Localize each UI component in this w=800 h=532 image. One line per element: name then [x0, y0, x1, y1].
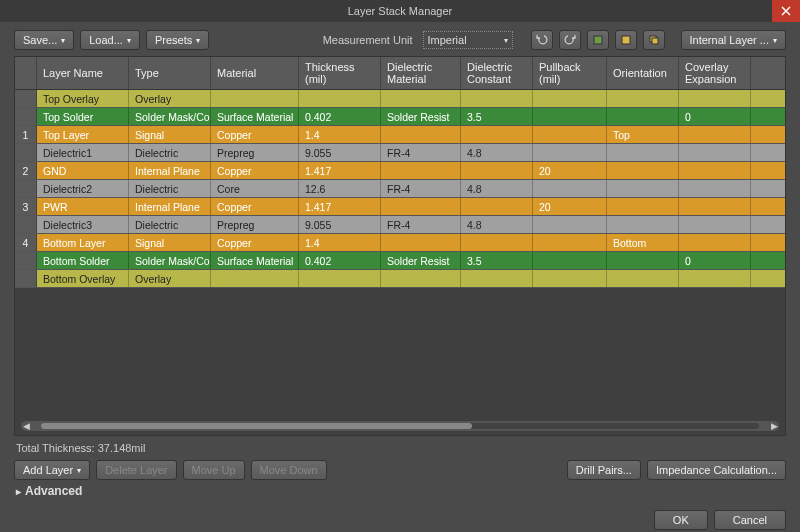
cell-type[interactable]: Dielectric [129, 216, 211, 233]
cell-name[interactable]: Bottom Overlay [37, 270, 129, 287]
col-material[interactable]: Material [211, 57, 299, 89]
cell-dmat[interactable]: FR-4 [381, 216, 461, 233]
measurement-unit-select[interactable]: Imperial ▾ [423, 31, 513, 49]
table-row[interactable]: Top SolderSolder Mask/Co...Surface Mater… [15, 108, 785, 126]
cell-type[interactable]: Signal [129, 234, 211, 251]
cell-orientation[interactable]: Top [607, 126, 679, 143]
cell-material[interactable]: Copper [211, 162, 299, 179]
cell-coverlay[interactable] [679, 144, 751, 161]
cell-dmat[interactable]: Solder Resist [381, 108, 461, 125]
col-dielectric-constant[interactable]: Dielectric Constant [461, 57, 533, 89]
tool-button-2[interactable] [615, 30, 637, 50]
cell-num[interactable] [15, 216, 37, 233]
cell-orientation[interactable] [607, 144, 679, 161]
cell-name[interactable]: Top Layer [37, 126, 129, 143]
internal-layer-dropdown[interactable]: Internal Layer ...▾ [681, 30, 787, 50]
cell-dmat[interactable] [381, 90, 461, 107]
cell-thickness[interactable]: 12.6 [299, 180, 381, 197]
cell-dmat[interactable] [381, 234, 461, 251]
cell-dk[interactable]: 4.8 [461, 180, 533, 197]
table-row[interactable]: Bottom OverlayOverlay [15, 270, 785, 288]
col-dielectric-material[interactable]: Dielectric Material [381, 57, 461, 89]
table-row[interactable]: Dielectric1DielectricPrepreg9.055FR-44.8 [15, 144, 785, 162]
cell-thickness[interactable] [299, 270, 381, 287]
cell-dmat[interactable] [381, 162, 461, 179]
cell-dmat[interactable] [381, 198, 461, 215]
table-row[interactable]: 2GNDInternal PlaneCopper1.41720 [15, 162, 785, 180]
cell-name[interactable]: Dielectric2 [37, 180, 129, 197]
table-row[interactable]: 3PWRInternal PlaneCopper1.41720 [15, 198, 785, 216]
cell-coverlay[interactable] [679, 180, 751, 197]
cell-thickness[interactable] [299, 90, 381, 107]
cell-coverlay[interactable] [679, 198, 751, 215]
col-type[interactable]: Type [129, 57, 211, 89]
scroll-left-icon[interactable]: ◀ [21, 421, 31, 431]
cell-pullback[interactable]: 20 [533, 198, 607, 215]
table-row[interactable]: Dielectric3DielectricPrepreg9.055FR-44.8 [15, 216, 785, 234]
cell-coverlay[interactable] [679, 162, 751, 179]
cell-dk[interactable]: 3.5 [461, 108, 533, 125]
cell-material[interactable]: Surface Material [211, 108, 299, 125]
cell-num[interactable] [15, 144, 37, 161]
cell-name[interactable]: Dielectric1 [37, 144, 129, 161]
delete-layer-button[interactable]: Delete Layer [96, 460, 176, 480]
table-row[interactable]: Bottom SolderSolder Mask/Co...Surface Ma… [15, 252, 785, 270]
tool-button-1[interactable] [587, 30, 609, 50]
cell-orientation[interactable] [607, 108, 679, 125]
cell-thickness[interactable]: 0.402 [299, 108, 381, 125]
redo-button[interactable] [559, 30, 581, 50]
cell-material[interactable]: Prepreg [211, 216, 299, 233]
cell-orientation[interactable]: Bottom [607, 234, 679, 251]
col-thickness[interactable]: Thickness (mil) [299, 57, 381, 89]
cell-pullback[interactable] [533, 252, 607, 269]
col-num[interactable] [15, 57, 37, 89]
cell-dk[interactable]: 3.5 [461, 252, 533, 269]
cell-pullback[interactable] [533, 216, 607, 233]
cell-num[interactable]: 2 [15, 162, 37, 179]
cell-material[interactable] [211, 270, 299, 287]
cell-type[interactable]: Signal [129, 126, 211, 143]
cell-dk[interactable]: 4.8 [461, 216, 533, 233]
cell-pullback[interactable] [533, 144, 607, 161]
load-button[interactable]: Load...▾ [80, 30, 140, 50]
cell-thickness[interactable]: 9.055 [299, 216, 381, 233]
tool-button-3[interactable] [643, 30, 665, 50]
cell-dmat[interactable] [381, 270, 461, 287]
cell-dk[interactable] [461, 270, 533, 287]
table-row[interactable]: 1Top LayerSignalCopper1.4Top [15, 126, 785, 144]
cell-pullback[interactable]: 20 [533, 162, 607, 179]
cell-coverlay[interactable] [679, 270, 751, 287]
cell-name[interactable]: Bottom Solder [37, 252, 129, 269]
cell-pullback[interactable] [533, 270, 607, 287]
cell-type[interactable]: Internal Plane [129, 198, 211, 215]
move-down-button[interactable]: Move Down [251, 460, 327, 480]
cell-material[interactable]: Copper [211, 198, 299, 215]
add-layer-button[interactable]: Add Layer▾ [14, 460, 90, 480]
cell-num[interactable] [15, 252, 37, 269]
cell-num[interactable]: 4 [15, 234, 37, 251]
ok-button[interactable]: OK [654, 510, 708, 530]
cell-material[interactable]: Copper [211, 234, 299, 251]
cell-coverlay[interactable] [679, 216, 751, 233]
cell-orientation[interactable] [607, 180, 679, 197]
cell-thickness[interactable]: 1.4 [299, 234, 381, 251]
undo-button[interactable] [531, 30, 553, 50]
cell-coverlay[interactable] [679, 234, 751, 251]
cell-thickness[interactable]: 9.055 [299, 144, 381, 161]
cell-orientation[interactable] [607, 90, 679, 107]
cell-dk[interactable]: 4.8 [461, 144, 533, 161]
cell-pullback[interactable] [533, 180, 607, 197]
cell-dk[interactable] [461, 162, 533, 179]
cell-num[interactable] [15, 90, 37, 107]
cell-material[interactable]: Surface Material [211, 252, 299, 269]
col-pullback[interactable]: Pullback (mil) [533, 57, 607, 89]
table-row[interactable]: Top OverlayOverlay [15, 90, 785, 108]
close-button[interactable] [772, 0, 800, 22]
cell-orientation[interactable] [607, 162, 679, 179]
cell-type[interactable]: Dielectric [129, 144, 211, 161]
horizontal-scrollbar[interactable]: ◀ ▶ [21, 421, 779, 431]
cell-coverlay[interactable] [679, 126, 751, 143]
cell-orientation[interactable] [607, 252, 679, 269]
col-layer-name[interactable]: Layer Name [37, 57, 129, 89]
cancel-button[interactable]: Cancel [714, 510, 786, 530]
